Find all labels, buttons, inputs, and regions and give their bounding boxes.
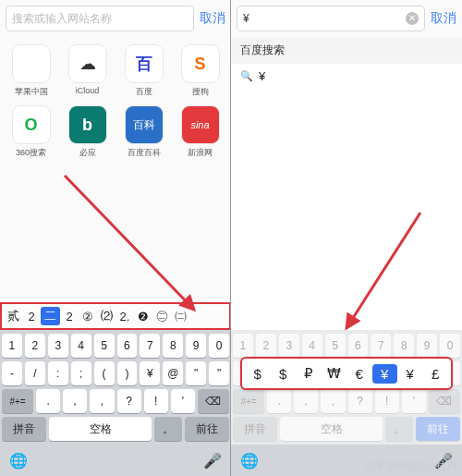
currency-key[interactable]: ¥ xyxy=(397,366,423,382)
key-quote2[interactable]: " xyxy=(209,361,229,385)
bookmarks-grid: 苹果中国 ☁ iCloud 百 百度 S 搜狗 O 360搜索 b 必应 百科 … xyxy=(0,37,231,159)
screen-left: 搜索或输入网站名称 取消 苹果中国 ☁ iCloud 百 百度 S 搜狗 O 3… xyxy=(0,0,231,476)
key-mode[interactable]: 拼音 xyxy=(2,417,46,441)
bookmark-baike[interactable]: 百科 百度百科 xyxy=(116,105,171,159)
currency-key-selected[interactable]: ¥ xyxy=(372,364,398,384)
candidate[interactable]: 2 xyxy=(60,310,79,323)
key-8[interactable]: 8 xyxy=(163,334,183,358)
candidate[interactable]: 2. xyxy=(116,310,134,323)
key-apos[interactable]: ' xyxy=(171,389,195,413)
candidate-strip[interactable]: 贰 2 二 2 ② ⑵ 2. ❷ ㊁ ㈡ xyxy=(0,302,231,330)
bookmark-apple[interactable]: 苹果中国 xyxy=(4,44,58,98)
key-slash[interactable]: / xyxy=(25,361,45,385)
candidate[interactable]: ❷ xyxy=(134,310,152,323)
candidate[interactable]: ㊁ xyxy=(152,308,171,324)
baike-icon: 百科 xyxy=(125,105,164,144)
key-2[interactable]: 2 xyxy=(25,334,45,358)
key-space[interactable]: 空格 xyxy=(280,417,383,441)
bookmark-sina[interactable]: sina 新浪网 xyxy=(173,105,227,159)
keyboard: 1 2 3 4 5 6 7 8 9 0 - / : ; ( ) ¥ @ " " … xyxy=(0,330,231,445)
sina-icon: sina xyxy=(181,105,220,144)
key-4[interactable]: 4 xyxy=(71,334,91,358)
key-bang[interactable]: ! xyxy=(144,389,168,413)
key-dash[interactable]: - xyxy=(2,361,22,385)
keyboard-control-row: 🌐 🎤 xyxy=(0,445,231,476)
key-5[interactable]: 5 xyxy=(94,334,115,358)
key-question[interactable]: ? xyxy=(117,389,141,413)
candidate[interactable]: 贰 xyxy=(4,308,22,324)
key-lparen[interactable]: ( xyxy=(94,361,115,385)
search-input[interactable]: 搜索或输入网站名称 xyxy=(6,6,194,31)
candidate[interactable]: 2 xyxy=(22,310,41,323)
currency-key[interactable]: ₽ xyxy=(296,365,322,382)
key-cncomma[interactable]: ， xyxy=(63,389,87,413)
key-yen[interactable]: ¥ xyxy=(140,361,160,385)
key-6[interactable]: 6 xyxy=(117,334,138,358)
suggest-item[interactable]: 🔍 ¥ xyxy=(231,64,462,89)
key-space[interactable]: 空格 xyxy=(49,417,152,441)
key-9[interactable]: 9 xyxy=(186,334,206,358)
globe-icon[interactable]: 🌐 xyxy=(240,452,259,470)
key-0[interactable]: 0 xyxy=(209,334,229,358)
currency-key[interactable]: $ xyxy=(271,366,297,382)
key-3[interactable]: 3 xyxy=(48,334,68,358)
bookmark-baidu[interactable]: 百 百度 xyxy=(116,44,171,98)
candidate[interactable]: ㈡ xyxy=(171,308,189,324)
globe-icon[interactable]: 🌐 xyxy=(9,452,28,470)
currency-key[interactable]: $ xyxy=(245,366,271,382)
bookmark-label: 百度 xyxy=(136,86,152,98)
symbol-row-1: - / : ; ( ) ¥ @ " " xyxy=(2,361,229,385)
key-at[interactable]: @ xyxy=(163,361,183,385)
bookmark-label: 新浪网 xyxy=(188,147,213,159)
bottom-row: 拼音 空格 。 前往 xyxy=(2,417,229,441)
currency-key[interactable]: £ xyxy=(423,366,449,382)
search-row: ¥ ✕ 取消 xyxy=(231,0,462,37)
key-dot[interactable]: 。 xyxy=(385,417,413,441)
bookmark-label: iCloud xyxy=(76,86,100,95)
clear-icon[interactable]: ✕ xyxy=(406,12,419,25)
key-symbols[interactable]: #+= xyxy=(2,389,33,413)
bookmark-label: 百度百科 xyxy=(128,147,161,159)
key-backspace[interactable]: ⌫ xyxy=(198,389,229,413)
key-7[interactable]: 7 xyxy=(140,334,160,358)
candidate-selected[interactable]: 二 xyxy=(41,307,60,325)
cancel-button[interactable]: 取消 xyxy=(200,10,225,27)
key-go[interactable]: 前往 xyxy=(185,417,229,441)
bookmark-360[interactable]: O 360搜索 xyxy=(4,105,58,159)
screen-right: ¥ ✕ 取消 百度搜索 🔍 ¥ 1234567890 -/:;()¥@"" #+… xyxy=(231,0,462,476)
cancel-button[interactable]: 取消 xyxy=(431,10,456,27)
number-row: 1 2 3 4 5 6 7 8 9 0 xyxy=(2,334,229,358)
currency-key[interactable]: ₩ xyxy=(322,365,347,382)
currency-key[interactable]: € xyxy=(346,366,372,382)
watermark: 知乎@职场办公技巧 xyxy=(365,459,456,473)
suggest-text: ¥ xyxy=(259,69,265,83)
key-rparen[interactable]: ) xyxy=(117,361,138,385)
apple-icon xyxy=(12,44,51,83)
bookmark-label: 苹果中国 xyxy=(15,86,48,98)
key-semicolon[interactable]: ; xyxy=(71,361,91,385)
suggestions: 百度搜索 🔍 ¥ xyxy=(231,37,462,330)
candidate[interactable]: ⑵ xyxy=(97,308,116,324)
key-1[interactable]: 1 xyxy=(2,334,22,358)
spacer xyxy=(0,159,231,302)
key-quote[interactable]: " xyxy=(186,361,206,385)
bookmark-label: 必应 xyxy=(79,147,96,159)
bing-icon: b xyxy=(68,105,107,144)
360-icon: O xyxy=(12,105,51,144)
bookmark-icloud[interactable]: ☁ iCloud xyxy=(60,44,115,98)
bookmark-bing[interactable]: b 必应 xyxy=(60,105,115,159)
currency-popup[interactable]: $ $ ₽ ₩ € ¥ ¥ £ xyxy=(240,357,453,390)
bottom-row: 拼音 空格 。 前往 xyxy=(233,417,460,441)
key-mode[interactable]: 拼音 xyxy=(233,417,277,441)
key-colon[interactable]: : xyxy=(48,361,68,385)
key-dot[interactable]: 。 xyxy=(154,417,182,441)
key-period[interactable]: . xyxy=(36,389,60,413)
key-go[interactable]: 前往 xyxy=(416,417,460,441)
key-comma[interactable]: , xyxy=(90,389,114,413)
candidate[interactable]: ② xyxy=(79,310,97,323)
baidu-icon: 百 xyxy=(125,44,164,83)
bookmark-sogou[interactable]: S 搜狗 xyxy=(173,44,227,98)
search-input[interactable]: ¥ ✕ xyxy=(237,6,425,31)
sogou-icon: S xyxy=(181,44,220,83)
mic-icon[interactable]: 🎤 xyxy=(203,452,222,470)
